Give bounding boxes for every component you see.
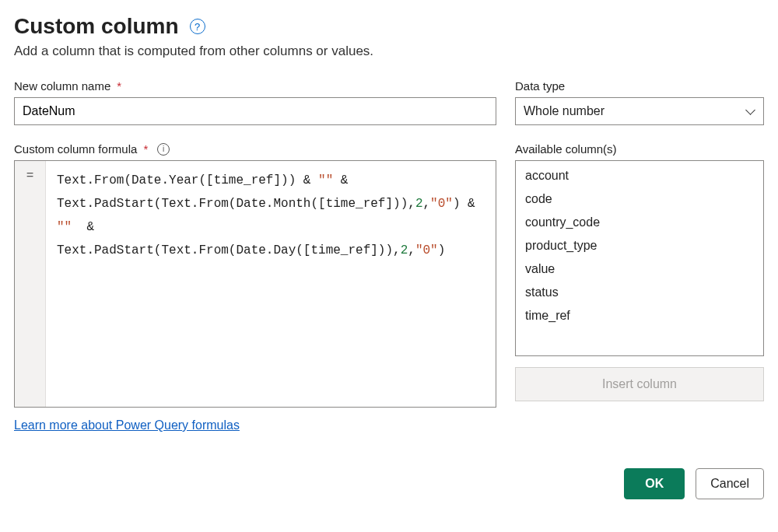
formula-token: Text.From(Date.Year([time_ref])) & <box>57 173 318 187</box>
data-type-value: Whole number <box>524 104 605 118</box>
available-column-item[interactable]: status <box>516 281 763 304</box>
formula-gutter: = <box>15 161 46 407</box>
available-column-item[interactable]: time_ref <box>516 304 763 327</box>
data-type-label: Data type <box>515 79 764 93</box>
formula-token: , <box>408 243 415 257</box>
required-asterisk: * <box>117 79 121 93</box>
formula-token: 2 <box>401 243 408 257</box>
available-columns-list[interactable]: accountcodecountry_codeproduct_typevalue… <box>516 161 763 355</box>
formula-token: & Text.PadStart(Text.From(Date.Day([time… <box>57 220 401 257</box>
available-column-item[interactable]: product_type <box>516 234 763 257</box>
available-column-item[interactable]: account <box>516 164 763 187</box>
info-icon[interactable]: i <box>157 143 170 156</box>
formula-token: "0" <box>415 243 438 257</box>
available-column-item[interactable]: country_code <box>516 211 763 234</box>
formula-token: ) & <box>453 197 482 211</box>
new-column-name-label: New column name* <box>14 79 496 93</box>
formula-token: "" <box>318 173 333 187</box>
new-column-name-input[interactable] <box>14 97 496 125</box>
formula-label: Custom column formula* i <box>14 142 496 156</box>
required-asterisk: * <box>143 142 148 156</box>
formula-body[interactable]: Text.From(Date.Year([time_ref])) & "" & … <box>46 161 496 407</box>
formula-editor[interactable]: = Text.From(Date.Year([time_ref])) & "" … <box>14 160 496 408</box>
insert-column-button: Insert column <box>515 367 764 401</box>
formula-token: "" <box>57 220 72 234</box>
ok-button[interactable]: OK <box>624 468 685 499</box>
data-type-select[interactable]: Whole number <box>515 97 764 125</box>
learn-more-link[interactable]: Learn more about Power Query formulas <box>14 418 240 432</box>
available-columns-label: Available column(s) <box>515 142 764 156</box>
help-icon[interactable]: ? <box>190 19 205 34</box>
dialog-subtitle: Add a column that is computed from other… <box>14 44 764 59</box>
available-column-item[interactable]: value <box>516 257 763 281</box>
available-columns-box: accountcodecountry_codeproduct_typevalue… <box>515 160 764 356</box>
dialog-title: Custom column <box>14 14 179 39</box>
formula-token: , <box>422 197 430 211</box>
available-column-item[interactable]: code <box>516 187 763 211</box>
formula-token: "0" <box>430 197 453 211</box>
formula-token: ) <box>438 243 446 257</box>
cancel-button[interactable]: Cancel <box>696 468 764 499</box>
